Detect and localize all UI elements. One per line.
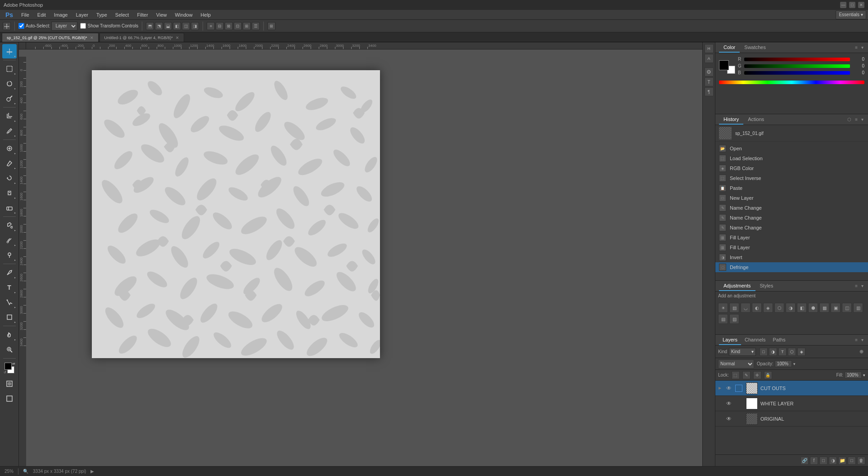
adj-posterize-icon[interactable]: ▥ — [853, 303, 863, 313]
blur-tool[interactable]: ▸ — [2, 233, 17, 247]
align-middle-icon[interactable]: ⬔ — [155, 22, 163, 30]
paint-bucket-tool[interactable]: ▸ — [2, 218, 17, 233]
lasso-tool[interactable]: ▸ — [2, 76, 17, 91]
adj-panel-collapse[interactable]: ▾ — [860, 283, 864, 289]
move-tool-icon[interactable] — [3, 22, 11, 30]
tab-swatches[interactable]: Swatches — [740, 43, 770, 53]
pen-tool[interactable]: ▸ — [2, 265, 17, 280]
shape-tool[interactable]: ▸ — [2, 310, 17, 324]
layer-white[interactable]: ▶ 👁 WHITE LAYER — [715, 396, 868, 411]
ps-logo[interactable]: Ps — [2, 10, 17, 19]
dist-h-icon[interactable]: ⊞ — [243, 22, 251, 30]
adj-brightness-icon[interactable]: ☀ — [718, 303, 728, 313]
hand-tool[interactable]: ▸ — [2, 328, 17, 342]
layer-group-button[interactable]: 📁 — [838, 457, 846, 465]
history-item-new-layer[interactable]: □ New Layer — [715, 193, 868, 203]
history-item-open[interactable]: 📂 Open — [715, 144, 868, 153]
adj-channel-mixer-icon[interactable]: ▦ — [819, 303, 829, 313]
fg-color-preview[interactable] — [719, 60, 729, 70]
path-selection-tool[interactable]: ▸ — [2, 295, 17, 310]
color-panel-menu[interactable]: ≡ — [854, 44, 859, 51]
adj-vibrance-icon[interactable]: ◈ — [763, 303, 773, 313]
fill-value[interactable]: 100% — [845, 372, 862, 378]
opacity-stepper[interactable]: ▾ — [793, 362, 796, 366]
text-tool[interactable]: T ▸ — [2, 280, 17, 295]
history-panel-menu[interactable]: ≡ — [854, 116, 859, 123]
show-transform-checkbox[interactable] — [80, 23, 86, 29]
layers-panel-collapse[interactable]: ▾ — [860, 337, 864, 343]
layers-panel-menu[interactable]: ≡ — [854, 337, 859, 343]
align-center-icon[interactable]: ◫ — [182, 22, 190, 30]
brush-tool[interactable]: ▸ — [2, 156, 17, 171]
adj-invert-icon[interactable]: ◫ — [842, 303, 852, 313]
layer-mask-button[interactable]: □ — [819, 457, 827, 465]
tab-adjustments[interactable]: Adjustments — [719, 281, 755, 291]
color-swatch-area[interactable]: ⇄ ↺ — [4, 362, 15, 374]
tab-styles[interactable]: Styles — [755, 281, 778, 291]
close-button[interactable]: ✕ — [858, 2, 864, 8]
lock-all-btn[interactable]: 🔒 — [764, 371, 772, 379]
slider-r[interactable] — [744, 58, 850, 61]
zoom-control[interactable]: 🔍 — [23, 469, 28, 474]
layer-vis-cut-outs[interactable]: 👁 — [725, 385, 732, 392]
menu-file[interactable]: File — [18, 11, 33, 18]
layer-vis-white[interactable]: 👁 — [725, 400, 732, 407]
align-right-icon[interactable]: ◨ — [191, 22, 199, 30]
fill-stepper[interactable]: ▾ — [863, 373, 865, 377]
tab-sp152-close[interactable]: ✕ — [90, 36, 94, 40]
adj-bw-icon[interactable]: ◧ — [797, 303, 807, 313]
text-mini-icon[interactable]: T — [705, 77, 714, 86]
dist-v-icon[interactable]: ⊟ — [216, 22, 224, 30]
layer-vis-original[interactable]: 👁 — [725, 415, 732, 422]
dist-right-icon[interactable]: ☰ — [252, 22, 260, 30]
char-mini-icon[interactable]: ¶ — [705, 87, 714, 96]
filter-toggle[interactable]: ⊕ — [857, 348, 865, 356]
actions-mini-icon[interactable]: A — [705, 54, 714, 63]
dist-left-icon[interactable]: ⊡ — [234, 22, 242, 30]
tab-color[interactable]: Color — [719, 43, 740, 53]
tab-untitled[interactable]: Untitled-1 @ 66.7% (Layer 4, RGB/8)* ✕ — [99, 33, 184, 42]
crop-tool[interactable]: ▸ — [2, 109, 17, 123]
history-item-fill-layer-2[interactable]: ▥ Fill Layer — [715, 242, 868, 252]
dist-bottom-icon[interactable]: ⊠ — [225, 22, 233, 30]
menu-layer[interactable]: Layer — [72, 11, 92, 18]
align-top-icon[interactable]: ⬒ — [146, 22, 154, 30]
filter-pixel-icon[interactable]: □ — [760, 348, 768, 356]
history-item-name-change-3[interactable]: ✎ Name Change — [715, 223, 868, 233]
eyedropper-tool[interactable]: ▸ — [2, 124, 17, 138]
color-panel-collapse[interactable]: ▾ — [860, 44, 864, 51]
move-tool[interactable]: ▸ — [2, 44, 17, 58]
maximize-button[interactable]: □ — [849, 2, 855, 8]
lock-image-btn[interactable]: ✎ — [742, 371, 750, 379]
layer-adj-button[interactable]: ◑ — [829, 457, 837, 465]
lock-position-btn[interactable]: ✛ — [753, 371, 761, 379]
default-colors-icon[interactable]: ↺ — [4, 371, 6, 374]
slider-b[interactable] — [744, 71, 850, 75]
screen-mode-toggle[interactable] — [2, 391, 17, 406]
layer-delete-button[interactable]: 🗑 — [857, 457, 865, 465]
menu-help[interactable]: Help — [197, 11, 215, 18]
document-canvas[interactable] — [33, 57, 702, 466]
menu-window[interactable]: Window — [171, 11, 196, 18]
blend-mode-select[interactable]: Normal Dissolve Multiply Screen — [718, 359, 754, 368]
history-panel-expand[interactable]: ⬡ — [846, 116, 852, 123]
zoom-tool[interactable] — [2, 342, 17, 357]
adj-photofilter-icon[interactable]: ⬢ — [808, 303, 818, 313]
adj-gradient-map-icon[interactable]: ▧ — [729, 314, 739, 324]
quick-mask-toggle[interactable] — [2, 377, 17, 391]
adj-threshold-icon[interactable]: ▤ — [718, 314, 728, 324]
menu-type[interactable]: Type — [93, 11, 111, 18]
color-spectrum-bar[interactable] — [719, 81, 864, 84]
history-mini-icon[interactable]: H — [705, 44, 714, 53]
history-item-fill-layer-1[interactable]: ▥ Fill Layer — [715, 233, 868, 242]
lock-transparent-btn[interactable]: ⬚ — [732, 371, 740, 379]
eraser-tool[interactable]: ▸ — [2, 201, 17, 215]
adj-color-lookup-icon[interactable]: ▣ — [831, 303, 841, 313]
dodge-tool[interactable]: ▸ — [2, 248, 17, 262]
filter-type-icon[interactable]: T — [778, 348, 787, 356]
tab-paths[interactable]: Paths — [769, 335, 789, 345]
layer-new-button[interactable]: □ — [848, 457, 856, 465]
foreground-color-swatch[interactable] — [5, 363, 12, 370]
tab-history[interactable]: History — [719, 115, 743, 125]
kind-dropdown[interactable]: Kind▾ — [729, 348, 756, 356]
